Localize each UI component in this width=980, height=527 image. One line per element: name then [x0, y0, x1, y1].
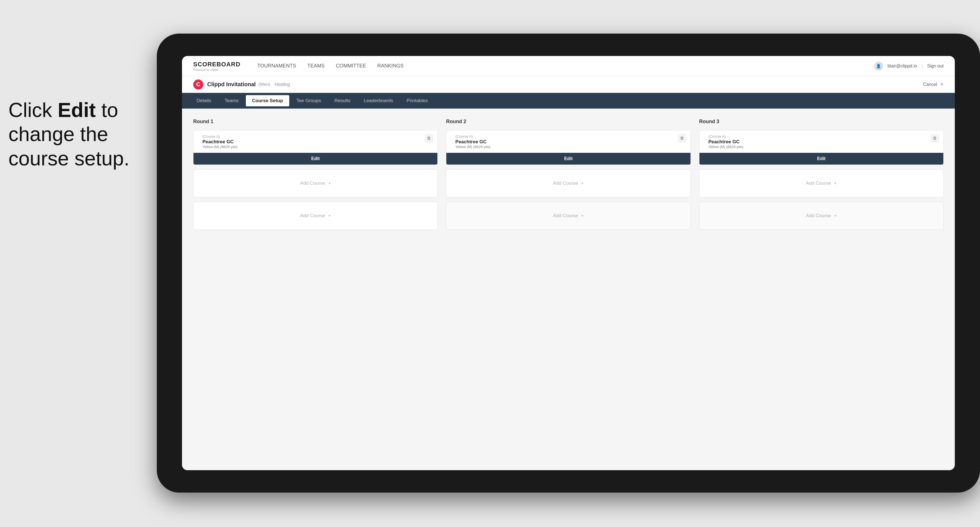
- round-2-add-plus-2-icon: +: [581, 213, 584, 218]
- rounds-grid: Round 1 (Course A) Peachtree GC Yellow (…: [193, 119, 943, 230]
- tournament-bar: C Clippd Invitational (Men) Hosting Canc…: [182, 76, 955, 93]
- nav-tournaments[interactable]: TOURNAMENTS: [257, 62, 296, 70]
- nav-committee[interactable]: COMMITTEE: [336, 62, 366, 70]
- tab-leaderboards[interactable]: Leaderboards: [358, 95, 399, 106]
- round-1-course-name: Peachtree GC: [202, 139, 237, 145]
- cancel-button[interactable]: Cancel ✕: [923, 82, 943, 87]
- tab-tee-groups[interactable]: Tee Groups: [290, 95, 327, 106]
- round-2-add-plus-1-icon: +: [581, 181, 584, 186]
- nav-rankings[interactable]: RANKINGS: [377, 62, 404, 70]
- round-2-delete-button[interactable]: 🗑: [678, 134, 686, 142]
- round-1-course-card: (Course A) Peachtree GC Yellow (M) (6629…: [193, 130, 438, 165]
- scoreboard-logo: SCOREBOARD Powered by clippd: [193, 61, 240, 71]
- tournament-category: (Men): [258, 82, 270, 87]
- round-2-add-course-2: Add Course +: [446, 202, 690, 230]
- round-1-add-plus-1-icon: +: [328, 181, 331, 186]
- round-1-add-course-2-text: Add Course +: [300, 213, 331, 219]
- round-2-course-header: (Course A) Peachtree GC Yellow (M) (6629…: [446, 130, 690, 153]
- round-2-add-course-1-text: Add Course +: [553, 181, 584, 186]
- round-3-course-card: (Course A) Peachtree GC Yellow (M) (6629…: [699, 130, 943, 165]
- top-nav: SCOREBOARD Powered by clippd TOURNAMENTS…: [182, 56, 955, 76]
- nav-links: TOURNAMENTS TEAMS COMMITTEE RANKINGS: [257, 62, 874, 70]
- round-3-course-name: Peachtree GC: [708, 139, 743, 145]
- round-1-course-label: (Course A): [202, 134, 237, 138]
- round-3-column: Round 3 (Course A) Peachtree GC Yellow (…: [699, 119, 943, 230]
- tablet-frame: SCOREBOARD Powered by clippd TOURNAMENTS…: [157, 33, 980, 492]
- tournament-logo-icon: C: [193, 79, 203, 90]
- nav-right: 👤 blair@clippd.io | Sign out: [874, 62, 943, 70]
- cancel-x-icon: ✕: [940, 82, 943, 87]
- round-3-add-plus-1-icon: +: [834, 181, 837, 186]
- logo-subtitle: Powered by clippd: [193, 68, 240, 71]
- annotation-bold: Edit: [58, 99, 96, 121]
- round-2-course-info: (Course A) Peachtree GC Yellow (M) (6629…: [451, 134, 495, 153]
- round-1-delete-button[interactable]: 🗑: [425, 134, 433, 142]
- tournament-name: Clippd Invitational: [207, 81, 256, 87]
- tab-results[interactable]: Results: [328, 95, 356, 106]
- round-1-column: Round 1 (Course A) Peachtree GC Yellow (…: [193, 119, 438, 230]
- nav-teams[interactable]: TEAMS: [307, 62, 325, 70]
- round-2-add-course-1[interactable]: Add Course +: [446, 169, 690, 197]
- svg-text:C: C: [196, 81, 200, 87]
- round-3-delete-button[interactable]: 🗑: [931, 134, 939, 142]
- round-3-course-label: (Course A): [708, 134, 743, 138]
- tab-printables[interactable]: Printables: [400, 95, 434, 106]
- user-avatar: 👤: [874, 62, 883, 70]
- round-1-edit-button[interactable]: Edit: [194, 153, 438, 165]
- round-3-title: Round 3: [699, 119, 943, 125]
- round-2-edit-button[interactable]: Edit: [446, 153, 690, 165]
- pipe-separator: |: [921, 63, 923, 68]
- round-2-add-course-2-text: Add Course +: [553, 213, 584, 219]
- round-2-course-name: Peachtree GC: [455, 139, 490, 145]
- round-3-add-course-1-text: Add Course +: [806, 181, 837, 186]
- tab-teams[interactable]: Teams: [218, 95, 245, 106]
- round-2-course-label: (Course A): [455, 134, 490, 138]
- round-2-column: Round 2 (Course A) Peachtree GC Yellow (…: [446, 119, 690, 230]
- tablet-screen: SCOREBOARD Powered by clippd TOURNAMENTS…: [182, 56, 955, 470]
- tab-course-setup[interactable]: Course Setup: [246, 95, 289, 106]
- round-3-add-course-2: Add Course +: [699, 202, 943, 230]
- user-email: blair@clippd.io: [888, 63, 917, 68]
- round-3-course-details: Yellow (M) (6629 yds): [708, 145, 743, 149]
- round-2-title: Round 2: [446, 119, 690, 125]
- main-content: Round 1 (Course A) Peachtree GC Yellow (…: [182, 109, 955, 470]
- round-3-add-course-1[interactable]: Add Course +: [699, 169, 943, 197]
- round-1-course-header: (Course A) Peachtree GC Yellow (M) (6629…: [194, 130, 438, 153]
- logo-title: SCOREBOARD: [193, 61, 240, 68]
- tab-bar: Details Teams Course Setup Tee Groups Re…: [182, 93, 955, 109]
- tab-details[interactable]: Details: [190, 95, 217, 106]
- round-1-add-course-1[interactable]: Add Course +: [193, 169, 438, 197]
- round-1-add-plus-2-icon: +: [328, 213, 331, 218]
- round-2-course-card: (Course A) Peachtree GC Yellow (M) (6629…: [446, 130, 690, 165]
- sign-out-link[interactable]: Sign out: [927, 63, 943, 68]
- hosting-badge: Hosting: [275, 82, 290, 87]
- round-3-course-info: (Course A) Peachtree GC Yellow (M) (6629…: [704, 134, 748, 153]
- annotation-text: Click Edit tochange thecourse setup.: [8, 98, 171, 170]
- round-1-add-course-1-text: Add Course +: [300, 181, 331, 186]
- round-1-title: Round 1: [193, 119, 438, 125]
- round-1-course-info: (Course A) Peachtree GC Yellow (M) (6629…: [198, 134, 242, 153]
- round-3-add-course-2-text: Add Course +: [806, 213, 837, 219]
- round-2-course-details: Yellow (M) (6629 yds): [455, 145, 490, 149]
- round-3-add-plus-2-icon: +: [834, 213, 837, 218]
- round-3-edit-button[interactable]: Edit: [700, 153, 943, 165]
- round-1-add-course-2[interactable]: Add Course +: [193, 202, 438, 230]
- round-3-course-header: (Course A) Peachtree GC Yellow (M) (6629…: [700, 130, 943, 153]
- round-1-course-details: Yellow (M) (6629 yds): [202, 145, 237, 149]
